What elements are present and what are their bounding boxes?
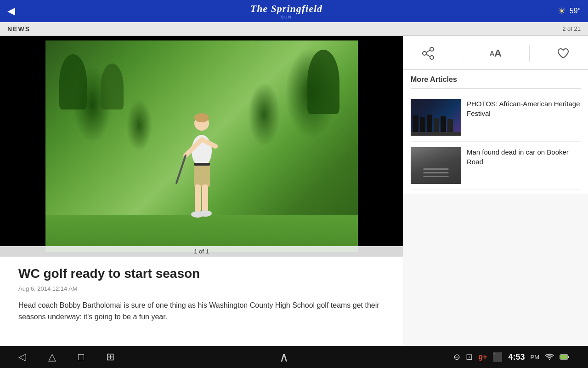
svg-point-14 [430, 56, 434, 59]
main-content: 1 of 1 WC golf ready to start season Aug… [0, 36, 588, 368]
golf-image [45, 40, 358, 252]
svg-rect-10 [194, 163, 210, 166]
image-caption: 1 of 1 [0, 246, 403, 257]
svg-line-16 [426, 54, 430, 57]
svg-point-9 [199, 210, 212, 217]
tree3 [101, 63, 124, 109]
more-articles-section: More Articles PHOTOS: African-America [403, 70, 588, 194]
section-label: NEWS [7, 25, 30, 33]
article-area: 1 of 1 WC golf ready to start season Aug… [0, 36, 403, 368]
home-nav-button[interactable]: △ [48, 351, 56, 363]
share-icon [422, 47, 435, 60]
weather-icon: ☀ [558, 6, 566, 17]
article-title: WC golf ready to start season [18, 266, 384, 282]
favorite-button[interactable] [548, 43, 579, 63]
top-bar: ◀ The Springfield Sun ☀ 59° [0, 0, 588, 22]
article-card-heritage[interactable]: PHOTOS: African-American Heritage Festiv… [411, 93, 581, 142]
road-bg [411, 147, 461, 184]
status-gallery-icon: ⬛ [492, 352, 503, 362]
svg-line-4 [176, 155, 186, 183]
font-large: A [494, 47, 502, 59]
article-count: 2 of 21 [562, 25, 581, 32]
font-small: A [490, 50, 494, 57]
battery-icon [560, 354, 570, 360]
app-logo: The Springfield [250, 3, 322, 15]
action-bar: A A [403, 36, 588, 70]
svg-line-15 [426, 50, 430, 52]
ampm-label: PM [530, 354, 539, 361]
news-bar: NEWS 2 of 21 [0, 22, 588, 36]
android-nav: ◁ △ □ ⊞ [18, 351, 114, 363]
tree1 [59, 54, 87, 109]
svg-rect-7 [202, 184, 208, 212]
status-minus-icon: ⊖ [453, 352, 460, 362]
status-gplus-icon: g+ [478, 353, 487, 361]
svg-rect-5 [194, 164, 210, 187]
divider1 [462, 45, 462, 62]
silhouettes [413, 115, 453, 132]
clock-display: 4:53 [508, 352, 525, 362]
golfer-figure [172, 109, 232, 229]
font-size-button[interactable]: A A [481, 44, 511, 63]
svg-rect-18 [568, 356, 569, 358]
grid-nav-button[interactable]: ⊞ [106, 351, 114, 363]
up-button[interactable]: ∧ [279, 350, 289, 365]
road-thumbnail [411, 147, 461, 184]
up-button-container: ∧ [279, 350, 289, 365]
ground-line [411, 132, 461, 136]
svg-rect-6 [195, 184, 201, 212]
more-articles-title: More Articles [411, 75, 581, 89]
svg-point-11 [194, 113, 209, 122]
app-logo-sub: Sun [281, 15, 292, 19]
article-image-container: 1 of 1 [0, 36, 403, 257]
heritage-article-title: PHOTOS: African-American Heritage Festiv… [467, 99, 581, 118]
article-body: Head coach Bobby Bartholomai is sure of … [18, 299, 384, 323]
back-button[interactable]: ◀ [7, 5, 15, 17]
recents-nav-button[interactable]: □ [78, 351, 84, 363]
back-nav-button[interactable]: ◁ [18, 351, 26, 363]
road-article-title: Man found dead in car on Booker Road [467, 147, 581, 167]
android-status: ⊖ ⊡ g+ ⬛ 4:53 PM [453, 352, 570, 362]
tree2 [307, 50, 339, 114]
android-bar: ◁ △ □ ⊞ ∧ ⊖ ⊡ g+ ⬛ 4:53 PM [0, 346, 588, 368]
svg-point-13 [423, 52, 426, 55]
heart-icon [557, 47, 570, 60]
letterbox-right [357, 36, 403, 257]
svg-rect-19 [560, 355, 567, 359]
temperature-label: 59° [570, 7, 581, 15]
road-marks [424, 168, 449, 177]
article-card-road[interactable]: Man found dead in car on Booker Road [411, 142, 581, 190]
article-text-area: WC golf ready to start season Aug 6, 201… [0, 257, 403, 332]
divider2 [529, 45, 530, 62]
wifi-icon [545, 353, 554, 361]
heritage-thumbnail [411, 99, 461, 136]
svg-point-12 [430, 47, 434, 51]
share-button[interactable] [413, 43, 444, 63]
letterbox-left [0, 36, 46, 257]
article-date: Aug 6, 2014 12:14 AM [18, 285, 384, 292]
sidebar: A A More Articles [403, 36, 588, 368]
status-download-icon: ⊡ [466, 352, 473, 362]
